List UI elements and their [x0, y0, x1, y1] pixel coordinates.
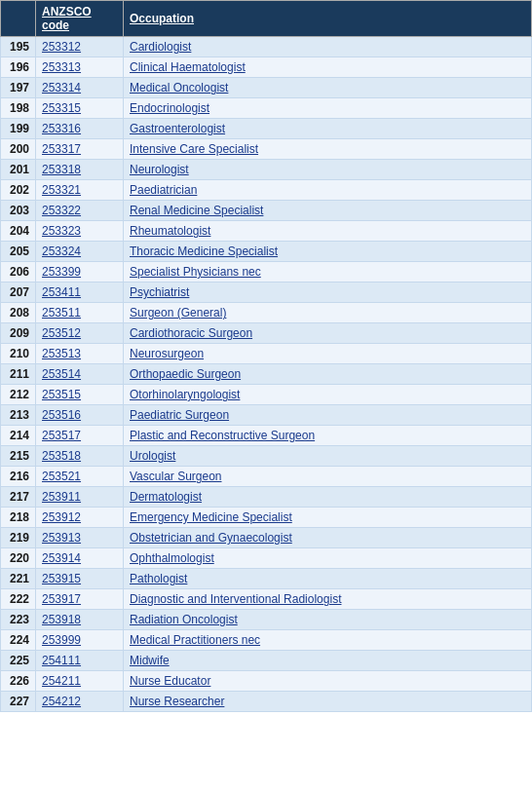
occupation-name[interactable]: Ophthalmologist	[124, 548, 532, 569]
anzsco-code[interactable]: 253918	[36, 610, 124, 630]
occupation-name[interactable]: Thoracic Medicine Specialist	[124, 242, 532, 262]
anzsco-code[interactable]: 253317	[36, 139, 124, 160]
anzsco-code[interactable]: 253915	[36, 569, 124, 589]
anzsco-code[interactable]: 253411	[36, 282, 124, 303]
row-number: 216	[1, 467, 36, 487]
anzsco-code[interactable]: 253999	[36, 630, 124, 651]
anzsco-code[interactable]: 253322	[36, 201, 124, 221]
occupation-name[interactable]: Neurosurgeon	[124, 344, 532, 364]
anzsco-code[interactable]: 254111	[36, 651, 124, 671]
occupation-name[interactable]: Cardiologist	[124, 37, 532, 57]
table-row: 214253517Plastic and Reconstructive Surg…	[1, 426, 532, 446]
occupation-name[interactable]: Nurse Educator	[124, 671, 532, 692]
anzsco-code[interactable]: 253517	[36, 426, 124, 446]
occupation-name[interactable]: Psychiatrist	[124, 282, 532, 303]
occupation-name[interactable]: Dermatologist	[124, 487, 532, 508]
occupation-name[interactable]: Medical Oncologist	[124, 78, 532, 98]
anzsco-code[interactable]: 253513	[36, 344, 124, 364]
row-number: 220	[1, 548, 36, 569]
occupation-name[interactable]: Otorhinolaryngologist	[124, 385, 532, 405]
table-row: 216253521Vascular Surgeon	[1, 467, 532, 487]
anzsco-code[interactable]: 253911	[36, 487, 124, 508]
row-number: 222	[1, 589, 36, 610]
table-row: 196253313Clinical Haematologist	[1, 57, 532, 78]
anzsco-code[interactable]: 253913	[36, 528, 124, 548]
occupation-name[interactable]: Plastic and Reconstructive Surgeon	[124, 426, 532, 446]
anzsco-code[interactable]: 253912	[36, 508, 124, 528]
row-number: 204	[1, 221, 36, 242]
occupation-name[interactable]: Radiation Oncologist	[124, 610, 532, 630]
row-number: 227	[1, 692, 36, 712]
row-number: 206	[1, 262, 36, 282]
row-number: 197	[1, 78, 36, 98]
table-row: 199253316Gastroenterologist	[1, 119, 532, 139]
row-number: 199	[1, 119, 36, 139]
anzsco-code[interactable]: 253512	[36, 323, 124, 344]
occupation-name[interactable]: Obstetrician and Gynaecologist	[124, 528, 532, 548]
table-row: 226254211Nurse Educator	[1, 671, 532, 692]
table-row: 213253516Paediatric Surgeon	[1, 405, 532, 426]
anzsco-code[interactable]: 253314	[36, 78, 124, 98]
anzsco-code[interactable]: 253516	[36, 405, 124, 426]
occupation-name[interactable]: Endocrinologist	[124, 98, 532, 119]
row-number: 212	[1, 385, 36, 405]
anzsco-code[interactable]: 253312	[36, 37, 124, 57]
occupation-name[interactable]: Specialist Physicians nec	[124, 262, 532, 282]
row-number: 205	[1, 242, 36, 262]
occupation-name[interactable]: Intensive Care Specialist	[124, 139, 532, 160]
anzsco-code[interactable]: 253315	[36, 98, 124, 119]
table-row: 205253324Thoracic Medicine Specialist	[1, 242, 532, 262]
occupation-name[interactable]: Diagnostic and Interventional Radiologis…	[124, 589, 532, 610]
occupation-name[interactable]: Urologist	[124, 446, 532, 467]
anzsco-code[interactable]: 253316	[36, 119, 124, 139]
table-row: 206253399Specialist Physicians nec	[1, 262, 532, 282]
anzsco-code[interactable]: 253323	[36, 221, 124, 242]
occupation-name[interactable]: Emergency Medicine Specialist	[124, 508, 532, 528]
anzsco-code[interactable]: 253515	[36, 385, 124, 405]
occupation-name[interactable]: Surgeon (General)	[124, 303, 532, 323]
occupation-name[interactable]: Vascular Surgeon	[124, 467, 532, 487]
anzsco-code[interactable]: 253914	[36, 548, 124, 569]
occupation-name[interactable]: Gastroenterologist	[124, 119, 532, 139]
anzsco-code[interactable]: 253917	[36, 589, 124, 610]
anzsco-code[interactable]: 253321	[36, 180, 124, 201]
occupation-name[interactable]: Rheumatologist	[124, 221, 532, 242]
occupation-name[interactable]: Pathologist	[124, 569, 532, 589]
table-row: 208253511Surgeon (General)	[1, 303, 532, 323]
row-number: 223	[1, 610, 36, 630]
row-number: 195	[1, 37, 36, 57]
occupation-name[interactable]: Renal Medicine Specialist	[124, 201, 532, 221]
anzsco-code[interactable]: 253313	[36, 57, 124, 78]
row-number: 226	[1, 671, 36, 692]
anzsco-code[interactable]: 254211	[36, 671, 124, 692]
occupation-name[interactable]: Paediatric Surgeon	[124, 405, 532, 426]
row-number: 201	[1, 160, 36, 180]
table-row: 204253323Rheumatologist	[1, 221, 532, 242]
occupation-name[interactable]: Nurse Researcher	[124, 692, 532, 712]
table-row: 218253912Emergency Medicine Specialist	[1, 508, 532, 528]
occupation-name[interactable]: Cardiothoracic Surgeon	[124, 323, 532, 344]
anzsco-code[interactable]: 253518	[36, 446, 124, 467]
occupation-name[interactable]: Neurologist	[124, 160, 532, 180]
occupation-name[interactable]: Clinical Haematologist	[124, 57, 532, 78]
table-row: 225254111Midwife	[1, 651, 532, 671]
anzsco-code[interactable]: 253324	[36, 242, 124, 262]
row-number: 211	[1, 364, 36, 385]
occupation-name[interactable]: Orthopaedic Surgeon	[124, 364, 532, 385]
row-number: 209	[1, 323, 36, 344]
anzsco-code[interactable]: 253521	[36, 467, 124, 487]
row-number: 221	[1, 569, 36, 589]
anzsco-code[interactable]: 253514	[36, 364, 124, 385]
anzsco-code[interactable]: 253318	[36, 160, 124, 180]
row-number: 200	[1, 139, 36, 160]
row-number: 225	[1, 651, 36, 671]
anzsco-code[interactable]: 254212	[36, 692, 124, 712]
table-row: 200253317Intensive Care Specialist	[1, 139, 532, 160]
table-row: 221253915Pathologist	[1, 569, 532, 589]
anzsco-code[interactable]: 253399	[36, 262, 124, 282]
table-row: 220253914Ophthalmologist	[1, 548, 532, 569]
occupation-name[interactable]: Midwife	[124, 651, 532, 671]
occupation-name[interactable]: Paediatrician	[124, 180, 532, 201]
occupation-name[interactable]: Medical Practitioners nec	[124, 630, 532, 651]
anzsco-code[interactable]: 253511	[36, 303, 124, 323]
